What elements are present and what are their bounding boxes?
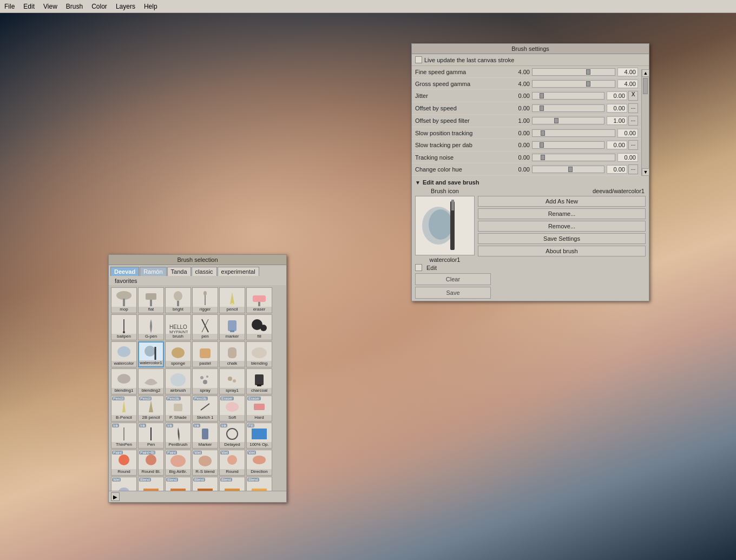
scroll-up[interactable]: ▲ (642, 69, 649, 77)
slow-track-dab-input[interactable] (607, 141, 627, 149)
tab-ramon[interactable]: Ramón (140, 267, 166, 276)
brush-b-pencil[interactable]: Pencil B-Pencil (111, 396, 137, 421)
menu-file[interactable]: File (0, 2, 19, 11)
offset-speed-dots-btn[interactable]: ... (628, 103, 638, 113)
brush-thin-pen[interactable]: Ink ThinPen (111, 423, 137, 449)
brush-round-paint[interactable]: Paint Round (111, 450, 137, 476)
save-settings-button[interactable]: Save Settings (478, 233, 646, 244)
fine-speed-input[interactable] (617, 68, 638, 76)
brush-blending2[interactable]: blending2 (138, 368, 164, 394)
brush-marker[interactable]: marker (219, 314, 245, 340)
slow-pos-slider[interactable] (532, 129, 615, 137)
color-hue-input[interactable] (607, 165, 627, 174)
tab-classic[interactable]: classic (192, 267, 217, 276)
color-hue-slider[interactable] (532, 166, 604, 173)
brush-grid-prev[interactable]: ▶ (111, 492, 120, 501)
tracking-noise-slider[interactable] (532, 154, 615, 161)
settings-scrollbar[interactable]: ▲ ▼ (641, 69, 649, 176)
tracking-noise-input[interactable] (617, 153, 638, 162)
brush-wet1[interactable]: Wet (111, 477, 137, 491)
brush-hard-eraser[interactable]: Eraser Hard (246, 396, 272, 421)
brush-delayed[interactable]: Ink Delayed (219, 423, 245, 449)
brush-watercolor[interactable]: watercolor (111, 341, 137, 367)
brush-blend4[interactable]: Blend (219, 477, 245, 491)
rename-button[interactable]: Rename... (478, 208, 646, 219)
brush-blending[interactable]: blending (246, 341, 272, 367)
edit-checkbox[interactable] (415, 264, 422, 271)
brush-pencil[interactable]: pencil (219, 287, 245, 313)
brush-p-shade[interactable]: Pencils P. Shade (165, 396, 191, 421)
menu-brush[interactable]: Brush (62, 2, 87, 11)
tab-favorites[interactable]: favorites (110, 276, 142, 285)
live-update-checkbox[interactable] (415, 56, 422, 63)
brush-blend3[interactable]: Blend (192, 477, 218, 491)
clear-button[interactable]: Clear (415, 273, 491, 285)
scroll-down[interactable]: ▼ (642, 168, 649, 176)
brush-direction[interactable]: Wet Direction (246, 450, 272, 476)
slow-track-dab-dots-btn[interactable]: ... (628, 140, 638, 150)
slow-track-dab-slider[interactable] (532, 141, 604, 149)
brush-airbrush[interactable]: airbrush (165, 368, 191, 394)
gross-speed-slider[interactable] (532, 80, 615, 88)
menu-edit[interactable]: Edit (19, 2, 39, 11)
menu-view[interactable]: View (39, 2, 62, 11)
brush-marker-ink[interactable]: Ink Marker (192, 423, 218, 449)
jitter-slider[interactable] (532, 92, 604, 100)
brush-pastel[interactable]: pastel (192, 341, 218, 367)
brush-rs-blend[interactable]: Wet R-S blend (192, 450, 218, 476)
brush-bright[interactable]: bright (165, 287, 191, 313)
brush-sketch1[interactable]: Pencils Sketch 1 (192, 396, 218, 421)
scroll-thumb[interactable] (643, 78, 648, 94)
brush-blend5[interactable]: Blend (246, 477, 272, 491)
brush-blend1[interactable]: Blend (138, 477, 164, 491)
brush-flat[interactable]: flat (138, 287, 164, 313)
offset-speed-input[interactable] (607, 104, 627, 113)
jitter-input[interactable] (607, 91, 627, 100)
gross-speed-input[interactable] (617, 80, 638, 88)
menu-help[interactable]: Help (140, 2, 162, 11)
brush-watercolor1[interactable]: watercolor1 (138, 341, 164, 367)
tab-experimental[interactable]: experimental (218, 267, 259, 276)
jitter-x-btn[interactable]: X (628, 91, 638, 101)
fine-speed-slider[interactable] (532, 68, 615, 76)
brush-pen-ink[interactable]: Ink Pen (138, 423, 164, 449)
offset-speed-filter-slider[interactable] (532, 117, 604, 124)
brush-ballpen[interactable]: ballpen (111, 314, 137, 340)
brush-fill[interactable]: fill (246, 314, 272, 340)
brush-rigger[interactable]: rigger (192, 287, 218, 313)
offset-speed-slider[interactable] (532, 104, 604, 112)
brush-blending1[interactable]: blending1 (111, 368, 137, 394)
brush-charcoal[interactable]: charcoal (246, 368, 272, 394)
save-button[interactable]: Save (415, 287, 491, 299)
brush-pen-brush[interactable]: Ink PenBrush (165, 423, 191, 449)
brush-100-op[interactable]: Fill 100% Op. (246, 423, 272, 449)
brush-2b-pencil[interactable]: Pencil 2B pencil (138, 396, 164, 421)
brush-pen[interactable]: pen (192, 314, 218, 340)
brush-soft-eraser[interactable]: Eraser Soft (219, 396, 245, 421)
menu-color[interactable]: Color (87, 2, 111, 11)
brush-chalk[interactable]: chalk (219, 341, 245, 367)
brush-round-blend[interactable]: Paint+Bl Round Bl. (138, 450, 164, 476)
tab-deevad[interactable]: Deevad (110, 267, 139, 276)
remove-button[interactable]: Remove... (478, 221, 646, 232)
brush-grid-container[interactable]: mop flat bright rigger (109, 285, 286, 491)
tab-tanda[interactable]: Tanda (167, 267, 191, 276)
brush-big-airbr[interactable]: Paint Big AirBr. (165, 450, 191, 476)
slow-pos-input[interactable] (617, 129, 638, 137)
about-brush-button[interactable]: About brush (478, 246, 646, 256)
offset-speed-filter-dots-btn[interactable]: ... (628, 116, 638, 126)
menu-layers[interactable]: Layers (111, 2, 140, 11)
brush-wet-round[interactable]: Wet Round (219, 450, 245, 476)
brush-sponge[interactable]: sponge (165, 341, 191, 367)
offset-speed-filter-input[interactable] (607, 116, 627, 125)
brush-blend2[interactable]: Blend (165, 477, 191, 491)
brush-brush[interactable]: HELLOMYPAINT brush (165, 314, 191, 340)
brush-spray1[interactable]: spray1 (219, 368, 245, 394)
color-hue-dots-btn[interactable]: ... (628, 164, 638, 174)
brush-mop[interactable]: mop (111, 287, 137, 313)
brush-spray[interactable]: spray (192, 368, 218, 394)
svg-line-41 (201, 404, 209, 410)
brush-g-pen[interactable]: G-pen (138, 314, 164, 340)
add-as-new-button[interactable]: Add As New (478, 196, 646, 207)
brush-eraser[interactable]: eraser (246, 287, 272, 313)
